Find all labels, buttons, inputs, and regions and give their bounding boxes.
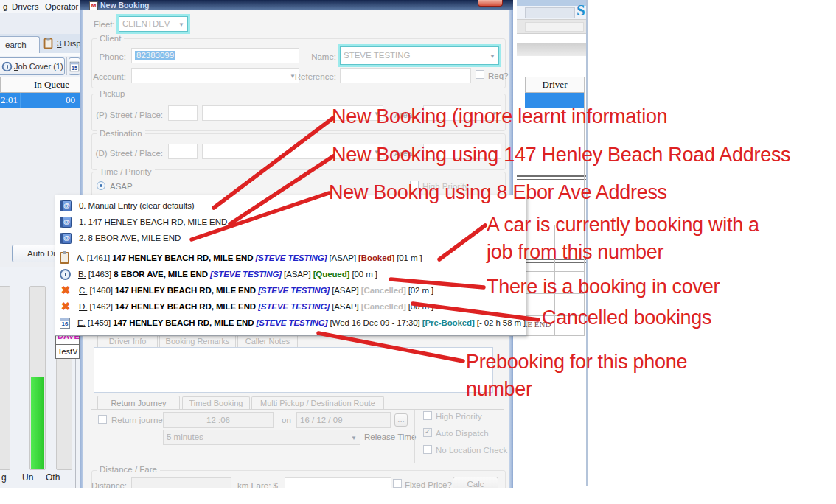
tab-job-cover[interactable]: Job Cover (1) [0, 57, 65, 75]
phone-label: Phone: [88, 52, 126, 61]
tab-booking-remarks[interactable]: Booking Remarks [159, 335, 236, 347]
annotation-booking-in-cover: There is a booking in cover [487, 273, 720, 301]
annotation-new-booking: New Booking (ignore learnt information [332, 103, 667, 130]
job-cover-strip: Job Cover (1) 15 [0, 56, 81, 77]
window-title-sliver [517, 0, 586, 6]
calc-button[interactable]: Calc [453, 477, 498, 488]
destination-number-input[interactable] [168, 144, 198, 159]
app-m-icon: M [89, 1, 98, 10]
fare-input[interactable] [285, 477, 391, 488]
tab-dispatch[interactable]: 3 Dispatch [57, 39, 81, 48]
chevron-down-icon: ▼ [351, 430, 357, 444]
fleet-label: Fleet: [94, 20, 115, 29]
queue-header-in-queue[interactable]: In Queue [21, 77, 81, 93]
reference-input[interactable] [340, 68, 471, 83]
pickup-group-label: Pickup [97, 89, 128, 98]
cell-divider [20, 93, 21, 108]
auto-dispatch-checkbox[interactable] [423, 428, 432, 437]
popup-item[interactable]: @2. 8 EBOR AVE, MILE END [55, 230, 526, 246]
fleet-combo[interactable]: CLIENTDEV▼ [119, 16, 188, 32]
notes-textarea[interactable] [94, 347, 493, 393]
address-book-icon: @ [60, 200, 72, 211]
fixed-price-checkbox[interactable] [393, 479, 402, 488]
job-cover-label: Job Cover (1) [14, 62, 63, 71]
tab-search-label: earch [5, 41, 27, 49]
menu-item-clipped[interactable]: g [3, 2, 7, 11]
address-book-icon: @ [60, 217, 72, 228]
date-picker-button[interactable]: ... [394, 413, 408, 427]
queue-header-blank[interactable] [0, 77, 21, 93]
calendar-icon: 15 [70, 62, 80, 72]
popup-booking-list: A. [1461] 147 HENLEY BEACH RD, MILE END … [55, 250, 526, 331]
req-checkbox[interactable] [476, 70, 484, 79]
popup-item[interactable]: 16E. [1459] 147 HENLEY BEACH RD, MILE EN… [55, 315, 526, 331]
gauge-fill-green [31, 377, 44, 469]
high-priority-checkbox[interactable] [423, 411, 432, 420]
fleet-value: CLIENTDEV [122, 19, 170, 28]
popup-item[interactable]: A. [1461] 147 HENLEY BEACH RD, MILE END … [55, 250, 526, 266]
tab-baseline [91, 409, 504, 410]
req-label: Req? [488, 71, 509, 80]
tab-multi-pickup[interactable]: Multi Pickup / Destination Route [251, 396, 384, 409]
tab-timed-booking[interactable]: Timed Booking [182, 396, 250, 409]
dialog-title-bar[interactable]: M New Booking [80, 0, 513, 10]
release-time-label: Release Time [364, 433, 416, 441]
tab-search[interactable]: earch [0, 36, 40, 53]
annotation-henley-address: New Booking using 147 Henley Beach Road … [332, 141, 790, 169]
annotation-cancelled: Cancelled bookings [542, 304, 711, 332]
popup-item[interactable]: B. [1463] 8 EBOR AVE, MILE END [STEVE TE… [55, 266, 526, 282]
pickup-street-label: (P) Street / Place: [86, 111, 163, 119]
gauge-label-oth: Oth [46, 472, 60, 483]
no-location-checkbox[interactable] [423, 445, 432, 454]
pickup-number-input[interactable] [168, 105, 198, 121]
app-logo: S [577, 1, 585, 20]
toolbar-inset [525, 7, 575, 18]
clock-icon [60, 269, 71, 280]
client-group-label: Client [97, 34, 124, 43]
chevron-down-icon: ▼ [490, 47, 495, 64]
driver-column-header[interactable]: Driver [525, 77, 585, 93]
grid-band [517, 19, 586, 34]
cancel-icon: ✖ [60, 284, 72, 296]
phone-input[interactable]: 82383099 [131, 48, 299, 63]
calendar-icon: 16 [60, 318, 70, 329]
menu-item-operator[interactable]: Operator [45, 2, 78, 11]
destination-street-label: (D) Street / Place: [86, 149, 163, 158]
return-time-input[interactable]: 12 :06 [163, 412, 274, 428]
asap-radio[interactable] [97, 181, 105, 190]
tab-return-journey[interactable]: Return Journey [97, 396, 180, 409]
km-fare-label: km Fare: $ [237, 481, 278, 488]
time-priority-group-label: Time / Priority [97, 167, 155, 176]
tab-caller-notes[interactable]: Caller Notes [237, 335, 298, 347]
clipboard-icon [44, 38, 53, 49]
popup-item[interactable]: ✖D. [1462] 147 HENLEY BEACH RD, MILE END… [55, 298, 526, 315]
menu-bar: g Drivers Operator [0, 0, 81, 13]
grid-line [526, 271, 585, 272]
distance-fare-group-label: Distance / Fare [97, 465, 160, 474]
return-date-input[interactable]: 16 / 12 / 09 [296, 412, 391, 428]
band-inset [525, 22, 584, 32]
popup-item[interactable]: ✖C. [1460] 147 HENLEY BEACH RD, MILE END… [55, 282, 526, 298]
queue-selected-row[interactable]: 2:01 00 [0, 93, 81, 108]
name-label: Name: [301, 52, 336, 61]
calendar-button[interactable]: 15 [69, 57, 80, 75]
auto-dispatch-label: Auto Dispatch [436, 429, 489, 438]
screenshot-stage: g Drivers Operator earch 3 Dispatch Job … [0, 0, 836, 504]
close-button[interactable] [478, 0, 503, 7]
name-combo[interactable]: STEVE TESTING▼ [340, 46, 499, 65]
return-journey-label: Return journey [111, 416, 167, 424]
popup-item[interactable]: @1. 147 HENLEY BEACH RD, MILE END [55, 214, 526, 230]
driver-cell-test[interactable]: TestV [55, 344, 80, 359]
destination-group-label: Destination [97, 129, 145, 138]
release-time-combo[interactable]: 5 minutes▼ [163, 430, 360, 445]
tab-driver-info[interactable]: Driver Info [97, 335, 158, 347]
account-label: Account: [83, 72, 126, 81]
grid-line [526, 335, 585, 336]
annotation-car-booking: A car is currently booking with a job fr… [487, 211, 759, 266]
grid-band [517, 43, 586, 56]
distance-input[interactable] [131, 477, 231, 488]
menu-item-drivers[interactable]: Drivers [12, 2, 38, 11]
account-combo[interactable]: ▼ [131, 68, 299, 83]
on-label: on [282, 416, 291, 424]
return-journey-checkbox[interactable] [98, 415, 107, 424]
